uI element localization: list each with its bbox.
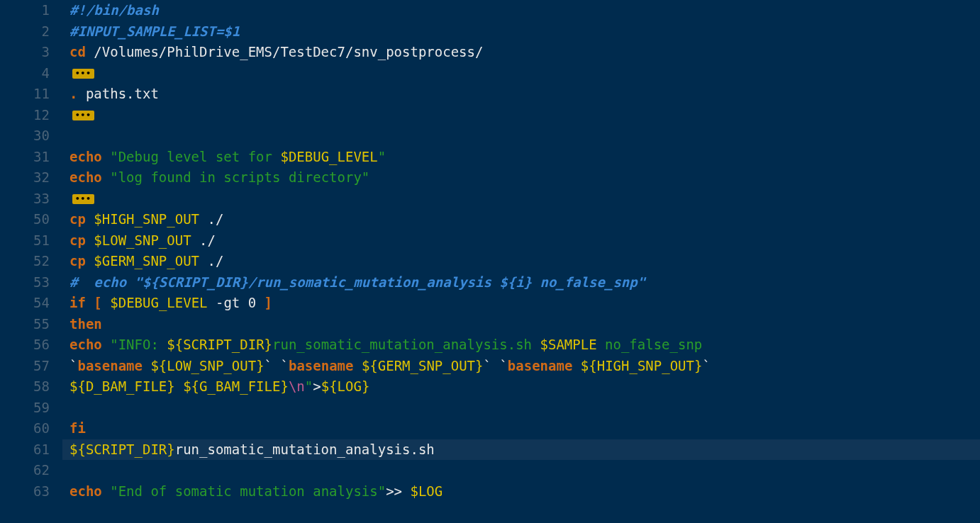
token: echo — [69, 483, 102, 499]
token: fi — [69, 420, 86, 436]
line-number: 63 — [0, 481, 50, 502]
token: ./ — [199, 211, 223, 227]
fold-marker-icon[interactable]: ••• — [72, 69, 94, 79]
code-line[interactable]: cd /Volumes/PhilDrive_EMS/TestDec7/snv_p… — [62, 42, 980, 63]
code-line[interactable]: echo "log found in scripts directory" — [62, 167, 980, 189]
line-number: 54 — [0, 293, 50, 314]
token: -gt 0 — [208, 295, 265, 310]
token: ` — [265, 358, 272, 373]
code-line[interactable]: then — [62, 314, 980, 335]
token: ` — [702, 358, 710, 373]
line-number: 59 — [0, 398, 50, 419]
line-number: 11 — [0, 84, 50, 105]
token: $LOW_SNP_OUT — [94, 232, 191, 248]
token — [102, 149, 110, 164]
token: #INPUT_SAMPLE_LIST=$1 — [69, 23, 240, 39]
token: ${SCRIPT_DIR} — [69, 442, 175, 457]
token — [102, 337, 110, 352]
token: ./ — [199, 253, 223, 269]
token: [ — [94, 295, 101, 310]
line-number: 50 — [0, 209, 50, 230]
token — [102, 295, 110, 310]
token: no_false_snp — [597, 337, 711, 352]
code-line[interactable]: ••• — [62, 63, 980, 84]
token: ${D_BAM_FILE} — [69, 378, 175, 394]
token: $GERM_SNP_OUT — [94, 253, 199, 269]
token: ${GERM_SNP_OUT} — [362, 358, 484, 373]
code-line[interactable]: `basename ${LOW_SNP_OUT}` `basename ${GE… — [62, 356, 980, 377]
line-number: 56 — [0, 334, 50, 356]
token: run_somatic_mutation_analysis.sh — [175, 442, 435, 457]
line-number: 60 — [0, 418, 50, 439]
line-number: 31 — [0, 147, 50, 168]
token — [86, 211, 94, 227]
fold-marker-icon[interactable]: ••• — [72, 111, 94, 120]
code-line[interactable]: echo "End of somatic mutation analysis">… — [62, 481, 980, 502]
token: # echo "${SCRIPT_DIR}/run_somatic_mutati… — [69, 274, 645, 290]
line-number: 58 — [0, 376, 50, 398]
token: $DEBUG_LEVEL — [110, 295, 207, 310]
token — [143, 358, 150, 373]
fold-marker-icon[interactable]: ••• — [72, 194, 94, 204]
token: " — [305, 378, 313, 394]
token: ` — [499, 358, 507, 373]
code-editor[interactable]: 1234111230313233505152535455565758596061… — [0, 0, 980, 523]
token: echo — [69, 169, 102, 185]
code-line[interactable]: . paths.txt — [62, 84, 980, 105]
code-line[interactable]: ••• — [62, 189, 980, 210]
line-number-gutter: 1234111230313233505152535455565758596061… — [0, 0, 62, 523]
token: $HIGH_SNP_OUT — [94, 211, 199, 227]
code-line[interactable] — [62, 125, 980, 147]
token: ` — [280, 358, 288, 373]
line-number: 30 — [0, 125, 50, 147]
token — [572, 358, 580, 373]
token: cd — [69, 44, 86, 60]
token: ${LOW_SNP_OUT} — [150, 358, 264, 373]
token — [272, 358, 280, 373]
code-line[interactable] — [62, 460, 980, 481]
token: ] — [265, 295, 272, 310]
token: > — [313, 378, 321, 394]
code-line[interactable]: #!/bin/bash — [62, 0, 980, 21]
code-line[interactable]: echo "Debug level set for $DEBUG_LEVEL" — [62, 147, 980, 168]
code-line[interactable]: echo "INFO: ${SCRIPT_DIR}run_somatic_mut… — [62, 334, 980, 356]
token: $DEBUG_LEVEL — [280, 149, 377, 164]
token: ${LOG} — [321, 378, 370, 394]
code-line[interactable]: fi — [62, 418, 980, 439]
code-line[interactable]: cp $HIGH_SNP_OUT ./ — [62, 209, 980, 230]
line-number: 12 — [0, 105, 50, 126]
token: ${G_BAM_FILE} — [183, 378, 289, 394]
token — [353, 358, 361, 373]
token — [86, 295, 94, 310]
token: ` — [69, 358, 77, 373]
token: run_somatic_mutation_analysis.sh — [272, 337, 540, 352]
code-area[interactable]: #!/bin/bash#INPUT_SAMPLE_LIST=$1cd /Volu… — [62, 0, 980, 523]
token: . — [69, 86, 77, 101]
line-number: 1 — [0, 0, 50, 21]
line-number: 3 — [0, 42, 50, 63]
code-line[interactable]: cp $LOW_SNP_OUT ./ — [62, 230, 980, 252]
token: /Volumes/PhilDrive_EMS/TestDec7/snv_post… — [86, 44, 484, 60]
code-line[interactable]: #INPUT_SAMPLE_LIST=$1 — [62, 21, 980, 43]
code-line[interactable]: # echo "${SCRIPT_DIR}/run_somatic_mutati… — [62, 272, 980, 293]
token: "Debug level set for — [110, 149, 280, 164]
code-line[interactable]: if [ $DEBUG_LEVEL -gt 0 ] — [62, 293, 980, 314]
token: "INFO: — [110, 337, 167, 352]
token — [102, 169, 110, 185]
token: "End of somatic mutation analysis" — [110, 483, 386, 499]
code-line[interactable]: ••• — [62, 105, 980, 126]
code-line[interactable]: ${SCRIPT_DIR}run_somatic_mutation_analys… — [62, 439, 980, 461]
code-line[interactable] — [62, 398, 980, 419]
line-number: 32 — [0, 167, 50, 189]
code-line[interactable]: ${D_BAM_FILE} ${G_BAM_FILE}\n">${LOG} — [62, 376, 980, 398]
token: basename — [508, 358, 573, 373]
token: echo — [69, 149, 102, 164]
line-number: 57 — [0, 356, 50, 377]
token: #!/bin/bash — [69, 2, 159, 18]
code-line[interactable]: cp $GERM_SNP_OUT ./ — [62, 251, 980, 272]
line-number: 61 — [0, 439, 50, 461]
token: cp — [69, 232, 86, 248]
token: \n — [289, 378, 305, 394]
token: then — [69, 316, 102, 332]
token — [711, 358, 718, 373]
